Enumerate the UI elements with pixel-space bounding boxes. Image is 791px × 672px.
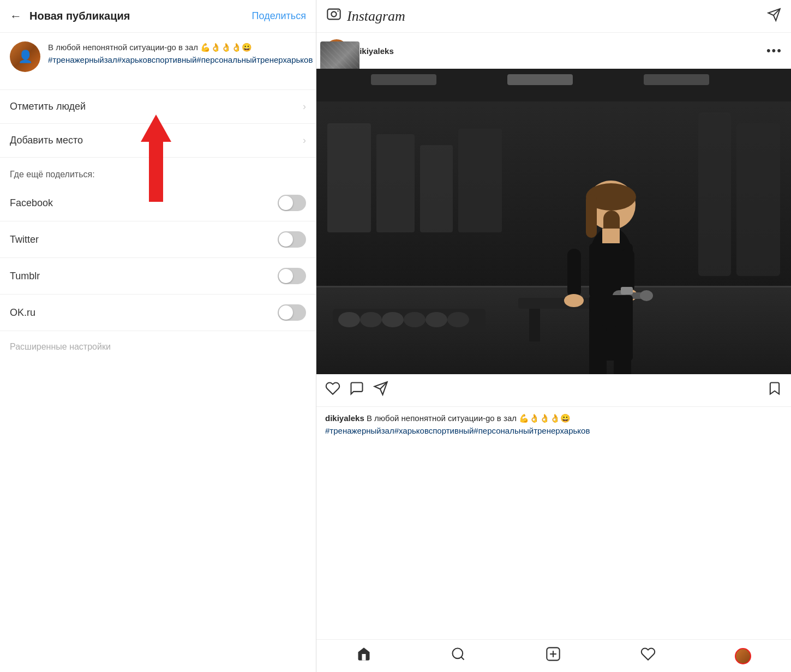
svg-point-2 bbox=[337, 10, 338, 11]
heart-icon[interactable] bbox=[640, 646, 656, 665]
left-header: ← Новая публикация Поделиться bbox=[0, 0, 316, 33]
post-actions bbox=[316, 374, 791, 407]
tag-people-row[interactable]: Отметить людей › bbox=[0, 90, 316, 124]
svg-rect-29 bbox=[586, 194, 597, 238]
instagram-header: Instagram bbox=[316, 0, 791, 33]
svg-point-19 bbox=[382, 312, 404, 327]
svg-point-20 bbox=[404, 312, 426, 327]
add-post-icon[interactable] bbox=[546, 646, 561, 665]
svg-point-17 bbox=[338, 312, 360, 327]
post-header: 👤 dikiyaleks ••• bbox=[316, 33, 791, 69]
instagram-logo-text: Instagram bbox=[347, 8, 767, 25]
okru-toggle[interactable] bbox=[278, 304, 306, 321]
home-icon[interactable] bbox=[356, 646, 371, 665]
svg-point-39 bbox=[640, 290, 653, 301]
svg-point-21 bbox=[426, 312, 447, 327]
right-panel: Instagram 👤 dikiyaleks ••• bbox=[316, 0, 791, 672]
svg-rect-8 bbox=[507, 74, 573, 85]
twitter-label: Twitter bbox=[10, 234, 39, 245]
bottom-nav bbox=[316, 639, 791, 672]
chevron-right-icon: › bbox=[303, 101, 306, 112]
tag-people-label: Отметить людей bbox=[10, 101, 86, 112]
camera-icon bbox=[326, 7, 341, 26]
caption-username: dikiyaleks bbox=[325, 413, 364, 423]
page-title: Новая публикация bbox=[29, 10, 252, 22]
svg-rect-15 bbox=[316, 286, 791, 287]
share-button[interactable]: Поделиться bbox=[252, 10, 306, 22]
svg-rect-35 bbox=[621, 249, 634, 292]
svg-rect-46 bbox=[698, 112, 731, 276]
tumblr-toggle[interactable] bbox=[278, 268, 306, 284]
facebook-label: Facebook bbox=[10, 197, 53, 209]
svg-rect-9 bbox=[644, 74, 709, 85]
svg-point-22 bbox=[447, 312, 469, 327]
svg-point-1 bbox=[331, 11, 336, 16]
bookmark-icon[interactable] bbox=[767, 381, 782, 400]
svg-rect-11 bbox=[376, 134, 415, 232]
post-image bbox=[316, 69, 791, 374]
svg-rect-13 bbox=[458, 129, 502, 232]
tumblr-label: Tumblr bbox=[10, 271, 40, 282]
add-location-row[interactable]: Добавить место › bbox=[0, 124, 316, 158]
svg-rect-42 bbox=[614, 325, 631, 374]
svg-rect-33 bbox=[567, 249, 581, 298]
svg-point-50 bbox=[453, 649, 463, 659]
avatar: 👤 bbox=[10, 41, 40, 72]
left-panel: ← Новая публикация Поделиться 👤 В любой … bbox=[0, 0, 316, 672]
gym-scene-svg bbox=[316, 69, 791, 374]
add-location-label: Добавить место bbox=[10, 135, 83, 146]
comment-icon[interactable] bbox=[349, 381, 364, 400]
caption-text: В любой непонятной ситуации-go в зал 💪👌👌… bbox=[367, 413, 571, 423]
twitter-row: Twitter bbox=[0, 221, 316, 258]
chevron-right-icon: › bbox=[303, 135, 306, 146]
svg-rect-10 bbox=[327, 123, 371, 232]
svg-point-18 bbox=[360, 312, 382, 327]
username: dikiyaleks bbox=[355, 46, 766, 56]
share-icon[interactable] bbox=[373, 381, 388, 400]
twitter-toggle[interactable] bbox=[278, 231, 306, 248]
tumblr-row: Tumblr bbox=[0, 258, 316, 295]
send-icon[interactable] bbox=[767, 8, 781, 25]
svg-line-51 bbox=[462, 657, 464, 659]
facebook-toggle[interactable] bbox=[278, 195, 306, 211]
post-caption: dikiyaleks В любой непонятной ситуации-g… bbox=[316, 407, 791, 442]
share-section-header: Где ещё поделиться: bbox=[0, 158, 316, 185]
post-caption: В любой непонятной ситуации-go в зал 💪👌👌… bbox=[48, 41, 313, 66]
svg-rect-24 bbox=[529, 309, 540, 341]
like-icon[interactable] bbox=[325, 381, 340, 400]
more-options-icon[interactable]: ••• bbox=[766, 44, 782, 58]
okru-label: OK.ru bbox=[10, 307, 35, 319]
svg-rect-41 bbox=[589, 325, 607, 374]
svg-rect-45 bbox=[621, 287, 633, 295]
facebook-row: Facebook bbox=[0, 185, 316, 221]
svg-point-34 bbox=[564, 294, 584, 307]
svg-rect-47 bbox=[736, 123, 780, 276]
okru-row: OK.ru bbox=[0, 295, 316, 331]
svg-rect-31 bbox=[602, 229, 620, 245]
svg-rect-12 bbox=[420, 145, 453, 232]
search-icon[interactable] bbox=[451, 646, 466, 665]
svg-rect-7 bbox=[371, 74, 436, 85]
profile-avatar[interactable] bbox=[735, 648, 751, 664]
advanced-settings-link[interactable]: Расширенные настройки bbox=[0, 331, 316, 363]
post-preview: 👤 В любой непонятной ситуации-go в зал 💪… bbox=[0, 33, 316, 90]
back-button[interactable]: ← bbox=[10, 9, 22, 23]
caption-hashtags: #тренажерныйзал#харьковспортивный#персон… bbox=[325, 426, 590, 435]
